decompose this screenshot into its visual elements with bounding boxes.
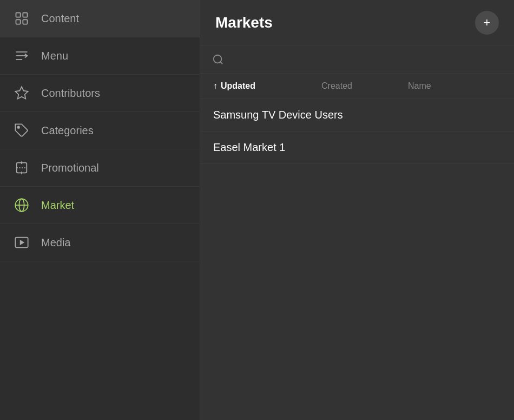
sidebar-item-promotional[interactable]: Promotional <box>0 149 200 187</box>
sidebar-item-label: Menu <box>41 50 68 62</box>
sidebar-item-content[interactable]: Content <box>0 0 200 37</box>
ticket-icon <box>13 159 30 176</box>
col-header-name[interactable]: Name <box>408 81 501 91</box>
main-panel: Markets + ↑ Updated Created Name Samsung… <box>200 0 514 420</box>
sidebar-item-market[interactable]: Market <box>0 187 200 224</box>
sidebar: Content Menu Contributors Catego <box>0 0 200 420</box>
svg-point-14 <box>214 55 222 63</box>
header: Markets + <box>200 0 514 46</box>
col-header-name-label: Name <box>408 81 431 91</box>
empty-area <box>200 164 514 420</box>
tag-icon <box>13 122 30 139</box>
sort-arrow-icon: ↑ <box>213 81 218 91</box>
search-input[interactable] <box>229 54 502 65</box>
add-market-button[interactable]: + <box>475 11 499 35</box>
col-header-created[interactable]: Created <box>321 81 408 91</box>
search-icon <box>212 54 224 65</box>
sidebar-item-label: Contributors <box>41 87 100 100</box>
grid-icon <box>13 10 30 27</box>
svg-marker-13 <box>21 241 24 245</box>
play-icon <box>13 234 30 251</box>
menu-icon <box>13 47 30 64</box>
sidebar-item-contributors[interactable]: Contributors <box>0 75 200 112</box>
col-header-updated-label: Updated <box>221 81 255 91</box>
svg-line-15 <box>220 62 222 64</box>
star-icon <box>13 84 30 102</box>
sidebar-item-label: Market <box>41 199 74 212</box>
sidebar-item-label: Categories <box>41 124 94 137</box>
page-title: Markets <box>215 14 273 31</box>
svg-rect-1 <box>23 13 27 17</box>
sidebar-item-label: Content <box>41 12 79 25</box>
sidebar-item-categories[interactable]: Categories <box>0 112 200 149</box>
list-item[interactable]: Samsung TV Device Users <box>200 99 514 132</box>
sidebar-item-label: Media <box>41 237 70 249</box>
sidebar-item-menu[interactable]: Menu <box>0 37 200 75</box>
svg-point-8 <box>17 126 19 128</box>
list-item[interactable]: Easel Market 1 <box>200 132 514 164</box>
sidebar-item-label: Promotional <box>41 162 99 174</box>
search-bar <box>200 46 514 74</box>
svg-rect-3 <box>23 19 27 24</box>
list-item-name: Samsung TV Device Users <box>213 109 343 121</box>
column-headers: ↑ Updated Created Name <box>200 74 514 99</box>
svg-marker-7 <box>15 87 28 99</box>
globe-icon <box>13 196 30 214</box>
col-header-updated[interactable]: ↑ Updated <box>213 81 321 91</box>
sidebar-item-media[interactable]: Media <box>0 224 200 261</box>
list-item-name: Easel Market 1 <box>213 141 285 154</box>
col-header-created-label: Created <box>321 81 352 91</box>
svg-rect-0 <box>16 13 21 17</box>
svg-rect-2 <box>16 19 21 24</box>
